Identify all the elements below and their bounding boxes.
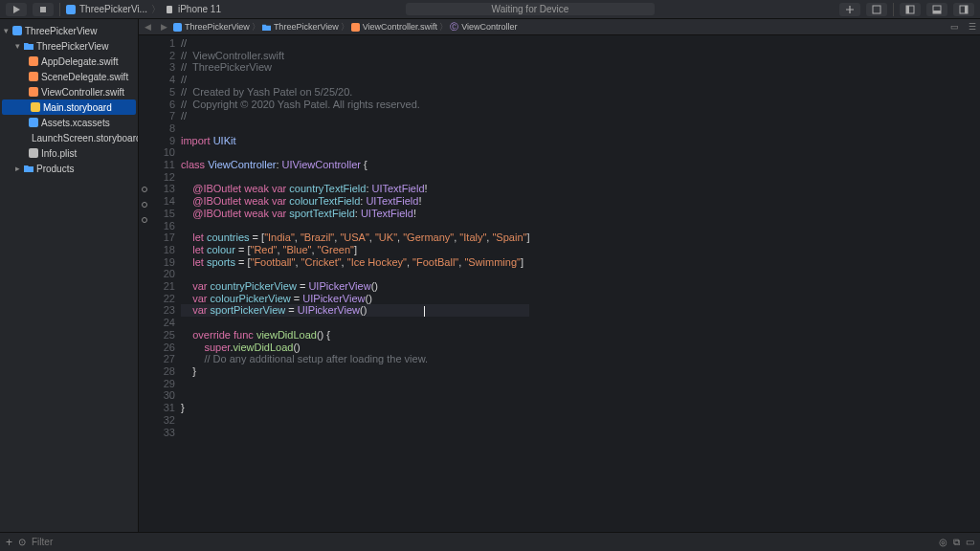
panel-left-button[interactable] (900, 3, 921, 16)
file-item[interactable]: AppDelegate.swift (0, 54, 138, 69)
scheme-target: ThreePickerVi... (79, 4, 147, 14)
products-folder[interactable]: Products (0, 161, 138, 176)
stop-button[interactable] (33, 3, 54, 16)
jump-bar[interactable]: ◀ ▶ ThreePickerView〉 ThreePickerView〉 Vi… (139, 19, 980, 35)
panel-bottom-button[interactable] (926, 3, 947, 16)
project-root[interactable]: ThreePickerView (0, 23, 138, 38)
scheme-device: iPhone 11 (178, 4, 221, 14)
svg-rect-10 (965, 6, 968, 13)
bottom-filter-bar: + ⊙ ◎ ⧉ ▭ (0, 532, 980, 551)
svg-marker-0 (13, 6, 20, 13)
svg-rect-6 (906, 6, 909, 13)
svg-rect-14 (29, 87, 38, 97)
svg-rect-8 (933, 11, 941, 13)
file-item[interactable]: Info.plist (0, 145, 138, 161)
svg-rect-2 (66, 5, 76, 14)
svg-rect-19 (173, 23, 182, 32)
svg-rect-20 (351, 23, 360, 32)
status-bar: Waiting for Device (227, 3, 834, 15)
file-item[interactable]: Main.storyboard (2, 99, 136, 115)
svg-rect-16 (29, 118, 38, 127)
code-editor[interactable]: 1234567891011121314151617181920212223242… (139, 35, 980, 532)
svg-rect-15 (31, 102, 40, 112)
file-item[interactable]: LaunchScreen.storyboard (0, 130, 138, 145)
file-item[interactable]: ViewController.swift (0, 84, 138, 99)
toolbar: ThreePickerVi... 〉 iPhone 11 Waiting for… (0, 0, 980, 19)
file-item[interactable]: Assets.xcassets (0, 115, 138, 130)
svg-rect-3 (167, 6, 172, 13)
editor-split-icon[interactable]: ▭ (947, 22, 963, 32)
library-button[interactable] (866, 3, 887, 16)
filter-icon[interactable]: ⊙ (18, 537, 26, 547)
navigator-sidebar[interactable]: ThreePickerView ThreePickerView AppDeleg… (0, 19, 139, 532)
scm-icon[interactable]: ▭ (966, 537, 974, 547)
nav-back-icon[interactable]: ◀ (141, 22, 155, 32)
recent-icon[interactable]: ⧉ (953, 537, 960, 548)
scheme-selector[interactable]: ThreePickerVi... 〉 iPhone 11 (66, 3, 221, 16)
run-button[interactable] (6, 3, 27, 16)
svg-rect-4 (873, 6, 880, 13)
svg-rect-1 (40, 7, 46, 12)
group-folder[interactable]: ThreePickerView (0, 38, 138, 54)
file-item[interactable]: SceneDelegate.swift (0, 69, 138, 84)
svg-rect-18 (29, 148, 38, 158)
add-button[interactable] (839, 3, 860, 16)
editor-options-icon[interactable]: ☰ (965, 22, 980, 32)
scope-icon[interactable]: ◎ (939, 537, 947, 547)
add-icon[interactable]: + (6, 536, 12, 549)
svg-rect-12 (29, 56, 38, 66)
svg-rect-13 (29, 72, 38, 81)
filter-input[interactable] (32, 537, 153, 547)
svg-rect-11 (12, 26, 22, 35)
nav-fwd-icon[interactable]: ▶ (157, 22, 171, 32)
panel-right-button[interactable] (953, 3, 974, 16)
